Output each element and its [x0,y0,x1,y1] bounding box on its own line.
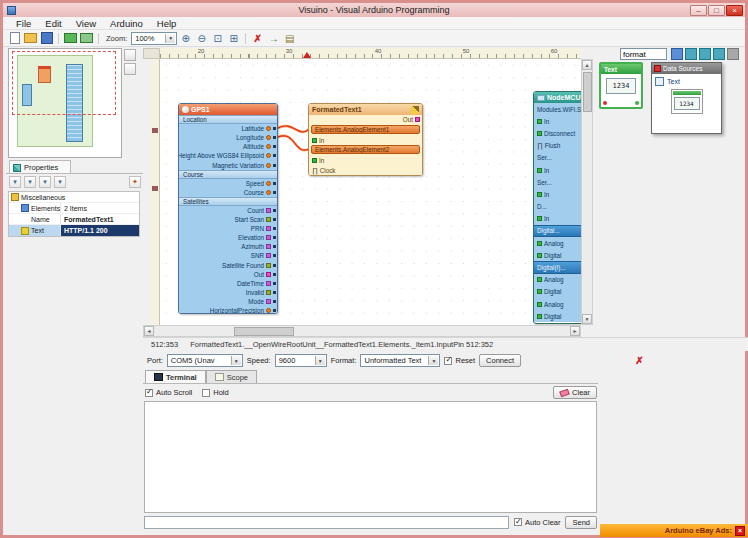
properties-toolbar-icon[interactable]: ▾ [24,176,36,188]
pin-row[interactable]: Latitude [179,124,277,133]
toolbar-button-icon[interactable] [39,31,54,45]
auto-scroll-checkbox[interactable]: Auto Scroll [145,388,192,397]
toolbar-button-icon[interactable] [79,31,94,45]
pin-row[interactable]: Clock [309,165,422,175]
toolbar-button-icon[interactable]: ⊞ [226,31,241,45]
toolbox-filter-icon[interactable] [713,48,725,60]
wand-icon[interactable]: ✦ [129,176,141,188]
pin-row[interactable]: PRN [179,224,277,233]
toolbox-filter-icon[interactable] [685,48,697,60]
pin-row[interactable]: In [534,188,581,200]
toolbox-item-thumbnail[interactable]: 1234 [671,89,703,114]
close-button[interactable]: × [726,5,743,16]
toolbox-filter-icon[interactable] [727,48,739,60]
menu-item[interactable]: Arduino [103,18,150,29]
ebay-ad-icon[interactable]: × [735,526,745,536]
minimap-page-icon[interactable] [124,63,136,75]
terminal-tab[interactable]: Scope [206,370,257,383]
send-button[interactable]: Send [565,516,597,529]
vertical-scrollbar[interactable]: ▲ ▼ [581,59,593,325]
maximize-button[interactable]: □ [708,5,725,16]
toolbar-button-icon[interactable] [7,31,22,45]
pin-row[interactable]: SNR [179,251,277,260]
component-search-input[interactable] [620,48,667,60]
pin-row[interactable]: Altitude [179,142,277,151]
pin-row[interactable]: Speed [179,179,277,188]
connect-button[interactable]: Connect [479,354,521,367]
toolbar-button-icon[interactable]: ✗ [250,31,265,45]
pin-row[interactable]: Digital... [534,225,581,237]
toolbar-button-icon[interactable] [98,33,99,44]
scroll-right-icon[interactable]: ► [570,326,580,336]
menu-item[interactable]: Edit [38,18,68,29]
pin-row[interactable]: Digital [534,249,581,261]
horizontal-scrollbar[interactable]: ◄ ► [143,325,581,337]
scroll-thumb[interactable] [234,327,294,336]
overview-minimap[interactable] [8,48,122,158]
pin-row[interactable]: Digital [534,286,581,298]
property-value[interactable]: 2 Items [61,203,139,213]
pin-row[interactable]: Mode [179,297,277,306]
scroll-left-icon[interactable]: ◄ [144,326,154,336]
pin-row[interactable]: Out [179,270,277,279]
component-header[interactable]: GPS1 [179,104,277,115]
format-select[interactable]: Unformatted Text ▼ [360,354,440,367]
speed-select[interactable]: 9600 ▼ [275,354,327,367]
toolbar-button-icon[interactable]: → [266,31,281,45]
toolbar-button-icon[interactable]: ⊕ [178,31,193,45]
properties-toolbar-icon[interactable]: ▾ [54,176,66,188]
tab-properties[interactable]: Properties [9,160,71,174]
property-row[interactable]: Name FormatedText1 [9,214,139,225]
property-value[interactable] [136,192,139,202]
toolbox-item-text[interactable]: Text [652,74,721,86]
minimize-button[interactable]: – [690,5,707,16]
pin-row[interactable]: Start Scan [179,215,277,224]
pin-row[interactable]: Disconnect [534,127,581,139]
component-nodemcu-esp[interactable]: NodeMCU ESP Modules.WiFi.Sock... In [533,91,581,324]
toolbar-button-icon[interactable]: ⊡ [210,31,225,45]
pin-row[interactable]: D... [534,201,581,213]
minimap-zoom-icon[interactable] [124,49,136,61]
pin-row[interactable]: In [309,155,422,165]
hold-checkbox[interactable]: Hold [202,388,228,397]
pin-row[interactable]: Magnetic Variation [179,160,277,169]
pin-row[interactable]: In [534,164,581,176]
reset-checkbox[interactable]: Reset [444,356,475,365]
minimap-viewport-rect[interactable] [12,51,116,115]
properties-toolbar-icon[interactable]: ▾ [9,176,21,188]
properties-toolbar-icon[interactable]: ▾ [39,176,51,188]
terminal-output[interactable] [144,401,597,513]
data-sources-header[interactable]: Data Sources [652,63,721,74]
send-input[interactable] [144,516,509,529]
ad-bar[interactable]: Arduino eBay Ads: × [600,524,748,537]
close-panel-icon[interactable]: ✗ [633,354,646,367]
component-gps1[interactable]: GPS1 Location Latitude Longitude [178,103,278,314]
pin-row[interactable]: Invalid [179,288,277,297]
clear-button[interactable]: Clear [553,386,597,399]
toolbox-filter-icon[interactable] [671,48,683,60]
property-row[interactable]: Miscellaneous [9,192,139,203]
pin-row[interactable]: Course [179,188,277,197]
toolbar-button-icon[interactable] [23,31,38,45]
pin-row[interactable]: Count [179,206,277,215]
toolbar-button-icon[interactable]: ▤ [282,31,297,45]
zoom-select[interactable]: 100% ▼ [131,32,177,45]
component-header[interactable]: NodeMCU ESP [534,92,581,103]
pin-row[interactable]: Satellite Found [179,261,277,270]
pin-row[interactable]: In [534,115,581,127]
pin-row[interactable]: Satellites [179,197,277,206]
pin-row[interactable]: Location [179,115,277,124]
property-row[interactable]: Text HTTP/1.1 200 [9,225,139,236]
pin-row[interactable]: Digital [534,310,581,322]
toolbar-button-icon[interactable] [245,33,246,44]
pin-row[interactable]: Modules.WiFi.Sock... [534,103,581,115]
pin-row[interactable]: Elevation [179,233,277,242]
port-select[interactable]: COM5 (Unav ▼ [167,354,243,367]
scroll-down-icon[interactable]: ▼ [582,314,592,324]
pin-row[interactable]: Elements.AnalogElement2 [311,145,420,154]
pin-row[interactable]: Height Above WGS84 Ellipsoid [179,151,277,160]
pin-row[interactable]: In [534,213,581,225]
pin-row[interactable]: Ser... [534,152,581,164]
terminal-tab[interactable]: Terminal [145,370,206,383]
pin-out[interactable]: Out [403,116,420,123]
